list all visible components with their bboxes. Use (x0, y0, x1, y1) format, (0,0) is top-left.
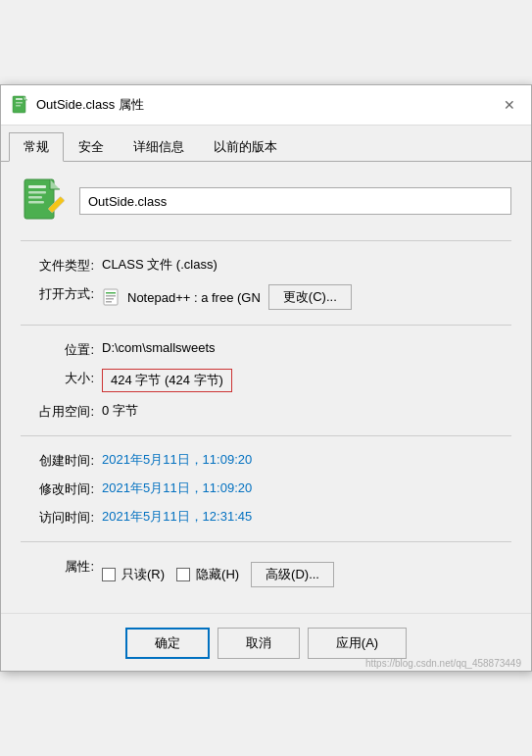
divider-4 (21, 541, 511, 542)
window-title: OutSide.class 属性 (36, 96, 144, 114)
file-name-input[interactable] (79, 187, 511, 215)
svg-rect-12 (106, 295, 116, 297)
divider-1 (21, 240, 511, 241)
svg-rect-7 (28, 196, 42, 199)
attr-label: 属性: (21, 557, 94, 576)
svg-rect-5 (28, 185, 46, 188)
window-icon (11, 95, 30, 115)
ok-button[interactable]: 确定 (125, 628, 210, 659)
svg-rect-1 (16, 98, 23, 100)
content-area: 文件类型: CLASS 文件 (.class) 打开方式: (1, 162, 531, 613)
hidden-checkbox[interactable] (176, 568, 190, 581)
watermark: https://blog.csdn.net/qq_458873449 (365, 658, 521, 669)
tab-general[interactable]: 常规 (9, 132, 64, 162)
size-label: 大小: (21, 369, 94, 387)
disk-size-label: 占用空间: (21, 402, 94, 421)
divider-2 (21, 325, 511, 326)
size-value-box: 424 字节 (424 字节) (102, 369, 232, 392)
size-row: 大小: 424 字节 (424 字节) (21, 364, 511, 397)
svg-rect-14 (106, 301, 112, 303)
hidden-checkbox-item[interactable]: 隐藏(H) (176, 566, 239, 583)
advanced-button[interactable]: 高级(D)... (251, 562, 334, 587)
tab-bar: 常规 安全 详细信息 以前的版本 (1, 126, 531, 162)
disk-size-value: 0 字节 (102, 402, 511, 420)
divider-3 (21, 435, 511, 436)
svg-rect-3 (16, 105, 21, 107)
title-bar: OutSide.class 属性 ✕ (1, 85, 531, 126)
open-with-row: 打开方式: Notepad++ : a free (GN 更改(C) (21, 279, 511, 315)
created-row: 创建时间: 2021年5月11日，11:09:20 (21, 446, 511, 475)
hidden-label: 隐藏(H) (196, 566, 239, 583)
accessed-row: 访问时间: 2021年5月11日，12:31:45 (21, 503, 511, 531)
modified-label: 修改时间: (21, 479, 94, 498)
created-value: 2021年5月11日，11:09:20 (102, 451, 511, 469)
properties-window: OutSide.class 属性 ✕ 常规 安全 详细信息 以前的版本 (0, 84, 532, 672)
modified-row: 修改时间: 2021年5月11日，11:09:20 (21, 475, 511, 503)
svg-rect-10 (104, 289, 118, 305)
disk-size-row: 占用空间: 0 字节 (21, 397, 511, 426)
file-type-label: 文件类型: (21, 256, 94, 275)
location-value: D:\com\smallsweets (102, 340, 511, 355)
attributes-row: 属性: 只读(R) 隐藏(H) 高级(D)... (21, 552, 511, 597)
open-with-label: 打开方式: (21, 284, 94, 303)
svg-rect-8 (28, 201, 44, 204)
svg-rect-6 (28, 191, 46, 194)
footer: 确定 取消 应用(A) https://blog.csdn.net/qq_458… (1, 613, 531, 671)
file-header (21, 177, 511, 225)
file-type-value: CLASS 文件 (.class) (102, 256, 511, 274)
notepad-icon (102, 287, 121, 307)
svg-rect-2 (16, 102, 23, 104)
cancel-button[interactable]: 取消 (218, 628, 300, 659)
svg-rect-11 (106, 292, 116, 294)
created-label: 创建时间: (21, 451, 94, 470)
modified-value: 2021年5月11日，11:09:20 (102, 479, 511, 497)
tab-previous-versions[interactable]: 以前的版本 (199, 132, 292, 162)
file-type-row: 文件类型: CLASS 文件 (.class) (21, 251, 511, 279)
size-value: 424 字节 (424 字节) (102, 369, 511, 392)
readonly-label: 只读(R) (121, 566, 165, 583)
accessed-value: 2021年5月11日，12:31:45 (102, 508, 511, 526)
open-with-value: Notepad++ : a free (GN (127, 290, 261, 305)
tab-details[interactable]: 详细信息 (119, 132, 199, 162)
readonly-checkbox-item[interactable]: 只读(R) (102, 566, 165, 583)
tab-security[interactable]: 安全 (64, 132, 119, 162)
svg-rect-13 (106, 298, 114, 300)
readonly-checkbox[interactable] (102, 568, 116, 581)
file-icon (21, 177, 68, 225)
accessed-label: 访问时间: (21, 508, 94, 527)
change-button[interactable]: 更改(C)... (268, 284, 352, 310)
apply-button[interactable]: 应用(A) (308, 628, 407, 659)
close-button[interactable]: ✕ (498, 93, 521, 117)
location-row: 位置: D:\com\smallsweets (21, 335, 511, 364)
location-label: 位置: (21, 340, 94, 359)
